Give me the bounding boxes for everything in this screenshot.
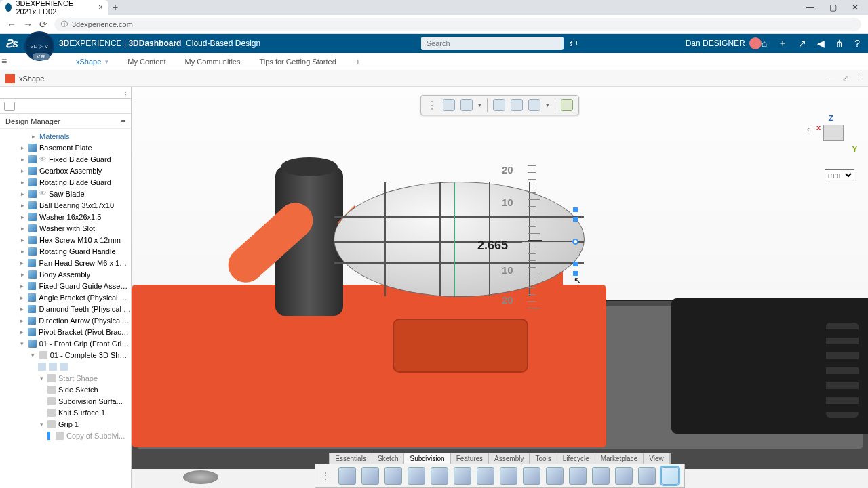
triad-collapse-icon[interactable]: ‹ [807, 125, 810, 134]
tag-icon[interactable]: 🏷 [569, 39, 577, 48]
window-close-icon[interactable]: ✕ [852, 3, 859, 12]
tree-materials[interactable]: ▸Materials [0, 130, 131, 142]
tree-item[interactable]: ▸Washer with Slot [0, 222, 131, 234]
edit-point[interactable] [573, 217, 578, 222]
model-grip-surface[interactable] [334, 182, 585, 297]
view-accept-icon[interactable] [561, 99, 573, 111]
tree-item[interactable]: ▸👁Saw Blade [0, 188, 131, 199]
nav-reload-icon[interactable]: ⟳ [39, 19, 47, 30]
url-input[interactable]: ⓘ 3dexperience.com [54, 18, 861, 31]
tool-mirror[interactable] [569, 467, 587, 485]
tree-item[interactable]: ▸Hex Screw M10 x 12mm [0, 234, 131, 245]
view-fit-icon[interactable] [493, 99, 505, 111]
search-input[interactable] [421, 37, 564, 50]
ptab-features[interactable]: Features [451, 453, 489, 464]
tree-grip1[interactable]: ▾Grip 1 [0, 418, 131, 430]
tool-sweep[interactable] [454, 467, 471, 485]
tab-mycontent[interactable]: My Content [127, 58, 165, 66]
tool-analyze[interactable] [638, 467, 656, 485]
tree-item[interactable]: ▸Rotating Blade Guard [0, 176, 131, 188]
tree-item[interactable]: ▸Pan Head Screw M6 x 15mm [0, 257, 131, 268]
tree-item[interactable]: ▸Diamond Teeth (Physical Pr... [0, 303, 131, 314]
ptab-tools[interactable]: Tools [530, 453, 557, 464]
panel-menu-icon[interactable]: ⋮ [855, 74, 863, 83]
tab-tips[interactable]: Tips for Getting Started [259, 58, 336, 66]
view-triad[interactable]: Z x Y [814, 114, 854, 155]
add-tab-icon[interactable]: + [355, 56, 361, 67]
tab-xshape[interactable]: xShape [76, 58, 101, 66]
apps-icon[interactable]: ⋔ [835, 38, 844, 49]
tool-symmetry[interactable] [661, 467, 679, 485]
tool-crease[interactable] [546, 467, 564, 485]
tab-mycommunities[interactable]: My Communities [185, 58, 241, 66]
home-icon[interactable]: ⌂ [762, 38, 767, 49]
view-layers-icon[interactable] [528, 99, 540, 111]
sidebar-collapse[interactable]: ‹ [0, 87, 131, 99]
panel-minimize-icon[interactable]: — [828, 74, 835, 83]
ptab-view[interactable]: View [644, 453, 670, 464]
tree-subdivision[interactable]: Subdivision Surfa... [0, 395, 131, 407]
view-select-icon[interactable] [511, 99, 523, 111]
panel-expand-icon[interactable]: ⤢ [842, 74, 848, 83]
tree-filter[interactable] [0, 99, 131, 114]
viewport[interactable]: ⋮ ▾ ▾ ‹ Z x Y mm [132, 87, 868, 488]
tree-item[interactable]: ▸Basement Plate [0, 142, 131, 153]
share-icon[interactable]: ↗ [798, 38, 806, 49]
tool-bridge[interactable] [615, 467, 633, 485]
tool-grid[interactable] [384, 467, 402, 485]
tree-item[interactable]: ▸Direction Arrow (Physical Pr... [0, 314, 131, 326]
nav-back-icon[interactable]: ← [7, 19, 16, 30]
tool-loft[interactable] [408, 467, 425, 485]
drag-handle[interactable] [572, 239, 578, 245]
ptab-lifecycle[interactable]: Lifecycle [557, 453, 595, 464]
global-search[interactable] [421, 37, 564, 50]
tree-item[interactable]: ▸Washer 16x26x1.5 [0, 211, 131, 222]
dimension-value[interactable]: 2.665 [477, 239, 508, 253]
tool-box[interactable] [361, 467, 379, 485]
menu-icon[interactable]: ≡ [1, 56, 7, 66]
tree-item[interactable]: ▸Ball Bearing 35x17x10 [0, 199, 131, 211]
nav-forward-icon[interactable]: → [23, 19, 33, 30]
tree-item[interactable]: ▸Body Assembly [0, 268, 131, 280]
browser-tab[interactable]: 3DEXPERIENCE 2021x FD02 × [0, 0, 108, 15]
ptab-subdivision[interactable]: Subdivision [404, 453, 450, 464]
add-icon[interactable]: ＋ [778, 37, 787, 49]
tree-start-shape[interactable]: ▾Start Shape [0, 372, 131, 384]
edit-point[interactable] [573, 207, 578, 212]
tool-primitive[interactable] [338, 467, 356, 485]
window-maximize-icon[interactable]: ▢ [829, 3, 837, 12]
ptab-essentials[interactable]: Essentials [330, 453, 372, 464]
tool-bend[interactable] [500, 467, 517, 485]
tree-copy[interactable]: Copy of Subdivi... [0, 430, 131, 441]
window-minimize-icon[interactable]: — [806, 3, 814, 12]
ptab-sketch[interactable]: Sketch [372, 453, 405, 464]
design-tree[interactable]: ▸Materials ▸Basement Plate ▸👁Fixed Blade… [0, 129, 131, 488]
chevron-down-icon[interactable]: ▾ [105, 58, 108, 65]
tool-extrude[interactable] [431, 467, 448, 485]
edit-point[interactable] [573, 262, 578, 266]
view-globe-icon[interactable] [443, 99, 455, 111]
tree-side-sketch[interactable]: Side Sketch [0, 384, 131, 395]
sidebar-menu-icon[interactable]: ≡ [121, 117, 125, 125]
close-tab-icon[interactable]: × [98, 3, 103, 12]
tree-front-grip[interactable]: ▾01 - Front Grip (Front Grip ... [0, 338, 131, 349]
unit-dropdown[interactable]: mm [825, 169, 854, 180]
tree-item[interactable]: ▸Rotating Guard Handle [0, 245, 131, 257]
ptab-assembly[interactable]: Assembly [489, 453, 530, 464]
unit-select[interactable]: mm [825, 168, 854, 180]
help-icon[interactable]: ? [854, 38, 860, 49]
view-shaded-icon[interactable] [460, 99, 473, 111]
tree-item[interactable]: ▸Fixed Guard Guide Assembly [0, 280, 131, 291]
tool-revolve[interactable] [477, 467, 494, 485]
toolbar-grip-icon[interactable]: ⋮ [427, 99, 437, 112]
tree-item[interactable]: ▸Gearbox Assembly [0, 165, 131, 176]
tool-subdivide[interactable] [523, 467, 540, 485]
new-tab-button[interactable]: + [108, 2, 122, 13]
tree-planes[interactable] [0, 361, 131, 372]
palette-grip-icon[interactable]: ⋮ [321, 470, 330, 481]
tree-item[interactable]: ▸👁Fixed Blade Guard [0, 153, 131, 165]
ptab-marketplace[interactable]: Marketplace [595, 453, 644, 464]
tree-knit[interactable]: Knit Surface.1 [0, 407, 131, 418]
tree-item[interactable]: ▸Angle Bracket (Physical Pro... [0, 291, 131, 303]
ds-logo-icon[interactable]: Ƨs [5, 37, 18, 50]
